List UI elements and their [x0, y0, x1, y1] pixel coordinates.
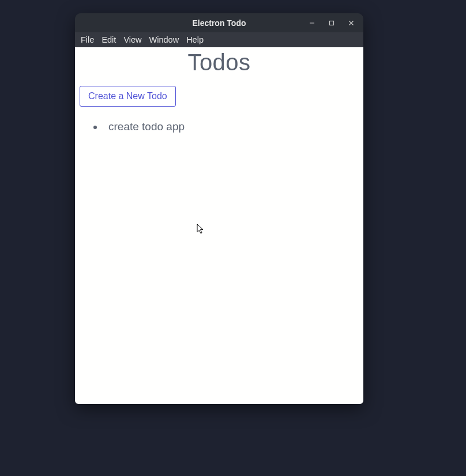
maximize-button[interactable] [322, 13, 341, 32]
titlebar[interactable]: Electron Todo [75, 13, 363, 32]
app-window: Electron Todo File Edit View Window Help… [75, 13, 363, 404]
close-button[interactable] [341, 13, 361, 32]
menu-edit[interactable]: Edit [98, 34, 119, 46]
minimize-button[interactable] [302, 13, 322, 32]
close-icon [348, 20, 354, 26]
page-title: Todos [80, 50, 359, 75]
window-controls [302, 13, 361, 32]
todo-list: create todo app [80, 120, 359, 133]
list-item: create todo app [104, 120, 359, 133]
menu-file[interactable]: File [77, 34, 97, 46]
menu-window[interactable]: Window [146, 34, 183, 46]
window-title: Electron Todo [192, 18, 246, 28]
maximize-icon [329, 20, 335, 26]
minimize-icon [309, 20, 315, 26]
menu-help[interactable]: Help [183, 34, 207, 46]
menu-view[interactable]: View [120, 34, 145, 46]
svg-rect-1 [330, 21, 334, 25]
create-todo-button[interactable]: Create a New Todo [80, 86, 176, 107]
menubar: File Edit View Window Help [75, 32, 363, 47]
content-area: Todos Create a New Todo create todo app [75, 47, 363, 404]
todo-text: create todo app [108, 120, 185, 133]
